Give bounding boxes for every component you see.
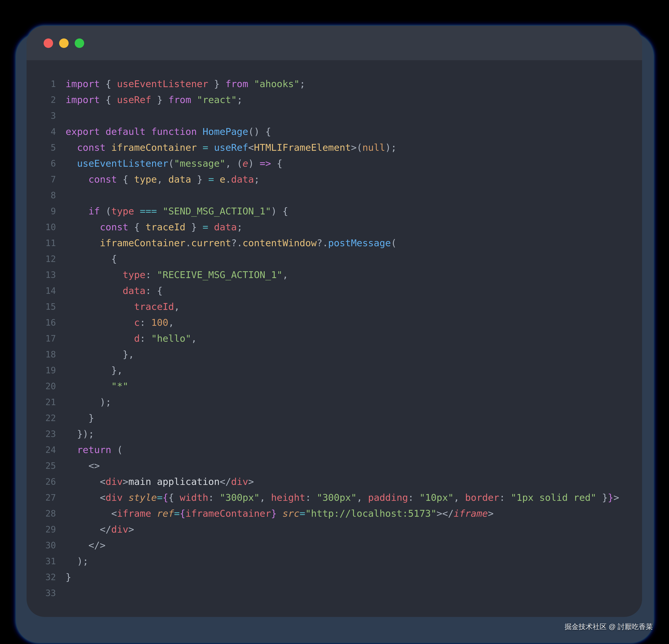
code-line: 4export default function HomePage() {: [27, 124, 642, 140]
code-line: 33: [27, 585, 642, 601]
line-number: 5: [27, 140, 56, 156]
line-number: 4: [27, 124, 56, 140]
line-number: 24: [27, 442, 56, 458]
line-number: 30: [27, 537, 56, 553]
line-number: 27: [27, 489, 56, 506]
code-text: {: [56, 251, 117, 267]
line-number: 2: [27, 92, 56, 108]
code-text: <div>main application</div>: [56, 474, 254, 489]
code-line: 23 });: [27, 426, 642, 442]
code-line: 28 <iframe ref={iframeContainer} src="ht…: [27, 506, 642, 522]
code-text: return (: [56, 442, 123, 458]
line-number: 16: [27, 314, 56, 331]
close-button[interactable]: [44, 39, 53, 48]
line-number: 25: [27, 458, 56, 474]
code-line: 21 );: [27, 394, 642, 410]
window-titlebar: [27, 26, 642, 60]
code-text: </>: [56, 537, 105, 553]
code-editor-window: 1import { useEventListener } from "ahook…: [27, 26, 642, 617]
code-line: 13 type: "RECEIVE_MSG_ACTION_1",: [27, 267, 642, 283]
code-text: iframeContainer.current?.contentWindow?.…: [56, 235, 397, 251]
code-text: const { type, data } = e.data;: [56, 172, 260, 187]
line-number: 23: [27, 426, 56, 442]
code-text: <iframe ref={iframeContainer} src="http:…: [56, 506, 494, 522]
code-line: 26 <div>main application</div>: [27, 474, 642, 489]
line-number: 33: [27, 585, 56, 601]
line-number: 22: [27, 410, 56, 426]
code-line: 18 },: [27, 347, 642, 362]
screenshot-canvas: 1import { useEventListener } from "ahook…: [0, 0, 669, 644]
code-text: traceId,: [56, 299, 180, 314]
code-line: 11 iframeContainer.current?.contentWindo…: [27, 235, 642, 251]
line-number: 21: [27, 394, 56, 410]
code-text: type: "RECEIVE_MSG_ACTION_1",: [56, 267, 288, 283]
code-line: 3: [27, 108, 642, 124]
line-number: 1: [27, 76, 56, 92]
code-text: if (type === "SEND_MSG_ACTION_1") {: [56, 203, 288, 219]
line-number: 14: [27, 283, 56, 299]
code-text: },: [56, 362, 123, 378]
code-text: </div>: [56, 522, 134, 537]
code-text: "*": [56, 378, 128, 394]
code-area: 1import { useEventListener } from "ahook…: [27, 60, 642, 601]
code-line: 7 const { type, data } = e.data;: [27, 172, 642, 187]
code-line: 10 const { traceId } = data;: [27, 219, 642, 235]
code-line: 6 useEventListener("message", (e) => {: [27, 156, 642, 172]
code-line: 30 </>: [27, 537, 642, 553]
code-text: data: {: [56, 283, 163, 299]
line-number: 28: [27, 506, 56, 522]
code-text: import { useEventListener } from "ahooks…: [56, 76, 305, 92]
code-line: 5 const iframeContainer = useRef<HTMLIFr…: [27, 140, 642, 156]
watermark: 掘金技术社区 @ 討厭吃香菜: [565, 622, 653, 631]
line-number: 18: [27, 347, 56, 362]
line-number: 11: [27, 235, 56, 251]
code-text: import { useRef } from "react";: [56, 92, 242, 108]
line-number: 3: [27, 108, 56, 124]
code-text: }: [56, 569, 71, 585]
code-line: 8: [27, 187, 642, 203]
code-text: });: [56, 426, 94, 442]
code-text: export default function HomePage() {: [56, 124, 271, 140]
line-number: 29: [27, 522, 56, 537]
line-number: 32: [27, 569, 56, 585]
line-number: 15: [27, 299, 56, 314]
code-text: d: "hello",: [56, 331, 197, 347]
line-number: 31: [27, 553, 56, 569]
minimize-button[interactable]: [59, 39, 69, 48]
window-stack: 1import { useEventListener } from "ahook…: [16, 26, 653, 643]
code-line: 15 traceId,: [27, 299, 642, 314]
code-text: <div style={{ width: "300px", height: "3…: [56, 489, 619, 506]
zoom-button[interactable]: [75, 39, 84, 48]
code-line: 9 if (type === "SEND_MSG_ACTION_1") {: [27, 203, 642, 219]
code-line: 22 }: [27, 410, 642, 426]
code-line: 27 <div style={{ width: "300px", height:…: [27, 489, 642, 506]
code-line: 1import { useEventListener } from "ahook…: [27, 76, 642, 92]
code-line: 19 },: [27, 362, 642, 378]
line-number: 26: [27, 474, 56, 489]
code-line: 20 "*": [27, 378, 642, 394]
line-number: 12: [27, 251, 56, 267]
line-number: 9: [27, 203, 56, 219]
code-text: <>: [56, 458, 100, 474]
code-line: 32}: [27, 569, 642, 585]
line-number: 13: [27, 267, 56, 283]
code-text: c: 100,: [56, 314, 174, 331]
line-number: 10: [27, 219, 56, 235]
code-text: }: [56, 410, 94, 426]
code-text: const { traceId } = data;: [56, 219, 242, 235]
code-text: );: [56, 553, 88, 569]
line-number: 17: [27, 331, 56, 347]
code-line: 29 </div>: [27, 522, 642, 537]
line-number: 6: [27, 156, 56, 172]
code-line: 12 {: [27, 251, 642, 267]
code-text: useEventListener("message", (e) => {: [56, 156, 283, 172]
code-line: 31 );: [27, 553, 642, 569]
code-line: 2import { useRef } from "react";: [27, 92, 642, 108]
code-line: 14 data: {: [27, 283, 642, 299]
code-text: const iframeContainer = useRef<HTMLIFram…: [56, 140, 397, 156]
line-number: 19: [27, 362, 56, 378]
line-number: 20: [27, 378, 56, 394]
line-number: 7: [27, 172, 56, 187]
line-number: 8: [27, 187, 56, 203]
code-text: },: [56, 347, 134, 362]
